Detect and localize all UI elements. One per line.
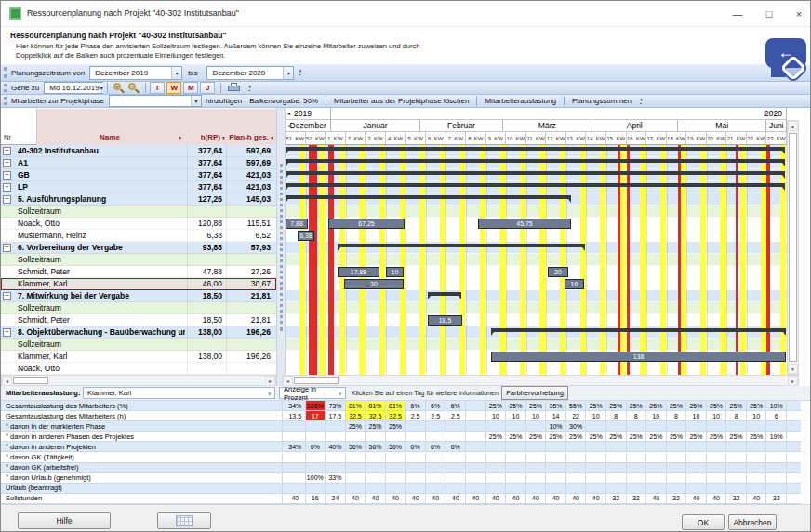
planning-sums-button[interactable]: Planungssummen (568, 95, 635, 107)
print-icon[interactable] (227, 83, 242, 93)
goto-date-combobox[interactable]: Mo 16.12.2019 ▾ (44, 82, 103, 94)
task-bar[interactable]: 18,5 (428, 315, 462, 326)
help-button[interactable]: Hilfe (18, 512, 111, 529)
summary-bar[interactable] (428, 292, 461, 296)
chevron-down-icon[interactable]: ▾ (171, 67, 181, 79)
table-row[interactable]: −GB377,64421,03 (1, 169, 276, 181)
table-row[interactable]: Sollzeitraum (1, 302, 276, 314)
employee-usage-button[interactable]: Mitarbeiterauslastung (481, 95, 559, 107)
table-row[interactable]: Schmidt, Peter47,8827,26 (1, 266, 276, 278)
maximize-button[interactable]: □ (756, 5, 782, 23)
chevron-down-icon[interactable]: ▾ (100, 83, 103, 93)
zoom-in-icon[interactable]: + (112, 82, 125, 94)
scroll-left-marker[interactable]: ◄ (286, 111, 291, 116)
gantt-chart-area[interactable]: 7,8867,2545,756,3817,881020301618,5138 (286, 145, 787, 375)
scroll-down-icon[interactable]: ▼ (788, 364, 798, 374)
employee-select-combobox[interactable]: ▾ (109, 95, 202, 107)
table-row[interactable]: Noack, Otto (1, 363, 276, 375)
task-bar[interactable]: 16 (565, 279, 584, 289)
table-row[interactable]: Sollzeitraum (1, 339, 276, 351)
scroll-right-icon[interactable]: ► (265, 376, 275, 386)
toolbar-overflow-icon[interactable]: ▾▪ (246, 82, 254, 94)
table-row[interactable]: −5. Ausführungsplanung127,26145,03 (1, 193, 276, 206)
gantt-horizontal-scrollbar[interactable]: ◄ ► (282, 375, 799, 386)
chevron-down-icon[interactable]: ▾ (283, 67, 293, 79)
period-from-combobox[interactable]: Dezember 2019 ▾ (89, 66, 182, 80)
usage-employee-combobox[interactable]: Klammer, Karl ∨ (83, 387, 275, 399)
name-column-header[interactable]: Name (36, 133, 183, 141)
scrollbar-thumb[interactable] (789, 133, 797, 362)
chevron-down-icon[interactable]: ▾ (191, 96, 201, 106)
calendar-grid-button[interactable] (157, 512, 211, 529)
table-horizontal-scrollbar[interactable]: ◄ ► (1, 375, 276, 386)
table-row[interactable]: Klammer, Karl138,00196,26 (1, 351, 276, 363)
scroll-left-icon[interactable]: ◄ (2, 376, 12, 386)
display-mode-combobox[interactable]: Anzeige in Prozent ∨ (279, 387, 346, 399)
table-row[interactable]: −40-302 Institutsanbau377,64597,69 (1, 145, 276, 157)
cancel-button[interactable]: Abbrechen (728, 514, 777, 530)
chevron-down-icon[interactable]: ∨ (268, 390, 272, 396)
scroll-up-icon[interactable]: ▲ (788, 121, 798, 131)
summary-bar[interactable] (338, 244, 585, 247)
collapse-icon[interactable]: − (3, 292, 11, 300)
toolbar-grip[interactable] (4, 97, 7, 105)
collapse-icon[interactable]: − (3, 147, 11, 155)
hrp-column-header[interactable]: h(RP) (187, 133, 220, 141)
table-row[interactable]: −7. Mitwirkung bei der Vergabe18,5021,81 (1, 290, 276, 302)
gantt-vertical-scrollbar[interactable]: ▲ ▼ (787, 120, 799, 375)
view-button-w[interactable]: W (166, 82, 181, 94)
scrollbar-thumb[interactable] (294, 377, 339, 384)
toolbar-grip[interactable] (4, 84, 7, 92)
bar-default-label[interactable]: Balkenvorgabe: 50% (246, 95, 322, 107)
summary-bar[interactable] (286, 171, 785, 175)
scroll-left-marker[interactable]: ◄ (286, 123, 291, 128)
summary-bar[interactable] (286, 183, 785, 187)
summary-bar[interactable] (286, 147, 785, 151)
task-bar[interactable]: 67,25 (328, 219, 405, 229)
zoom-out-icon[interactable]: − (126, 82, 140, 94)
table-row[interactable]: −6. Vorbereitung der Vergabe93,8857,93 (1, 242, 276, 254)
collapse-icon[interactable]: − (3, 159, 11, 167)
table-row[interactable]: Schmidt, Peter18,5021,81 (1, 314, 276, 326)
collapse-icon[interactable]: − (3, 171, 11, 180)
add-employee-button[interactable]: hinzufügen (202, 95, 246, 107)
view-button-j[interactable]: J (200, 82, 215, 94)
task-bar[interactable]: 6,38 (298, 231, 314, 241)
table-row[interactable]: −8. Objektüberwachung - Bauüberwachung u… (1, 326, 276, 339)
collapse-icon[interactable]: − (3, 183, 11, 192)
table-row[interactable]: −A1377,64597,69 (1, 157, 276, 169)
color-highlight-button[interactable]: Farbhervorhebung (501, 386, 568, 400)
collapse-icon[interactable]: − (3, 328, 11, 337)
scroll-right-icon[interactable]: ► (788, 376, 798, 386)
sort-desc-icon[interactable]: ▼ (178, 135, 182, 140)
delete-employee-button[interactable]: Mitarbeiter aus der Projektphase löschen (330, 95, 472, 107)
table-row[interactable]: Sollzeitraum (1, 206, 276, 218)
table-gantt-splitter[interactable] (276, 108, 286, 386)
period-to-combobox[interactable]: Dezember 2020 ▾ (206, 66, 294, 80)
summary-bar[interactable] (491, 328, 786, 332)
task-bar[interactable]: 17,88 (338, 267, 379, 277)
collapse-icon[interactable]: − (3, 244, 11, 252)
table-row[interactable]: −LP377,64421,03 (1, 181, 276, 193)
table-row[interactable]: Sollzeitraum (1, 254, 276, 266)
task-bar[interactable]: 138 (491, 352, 786, 362)
task-bar[interactable]: 7,88 (286, 219, 308, 229)
task-bar[interactable]: 10 (386, 267, 404, 277)
summary-bar[interactable] (286, 159, 785, 163)
scrollbar-thumb[interactable] (13, 377, 48, 384)
table-row[interactable]: Noack, Otto120,88115,51 (1, 218, 276, 230)
task-bar[interactable]: 20 (548, 267, 568, 277)
table-row[interactable]: Klammer, Karl46,0030,67 (1, 278, 276, 290)
toolbar-grip[interactable] (4, 67, 7, 79)
toolbar-overflow-icon[interactable]: ▾▪ (637, 95, 645, 107)
chevron-down-icon[interactable]: ∨ (339, 390, 342, 396)
collapse-icon[interactable]: − (3, 195, 11, 204)
ok-button[interactable]: OK (682, 514, 725, 530)
toolbar-overflow-icon[interactable]: ▾▪ (296, 67, 304, 79)
sort-desc-icon[interactable]: ▼ (270, 135, 274, 140)
task-bar[interactable]: 30 (344, 279, 404, 289)
view-button-t[interactable]: T (150, 82, 165, 94)
close-button[interactable]: × (786, 5, 811, 23)
plan-column-header[interactable]: Plan-h ges. (224, 133, 269, 141)
minimize-button[interactable]: — (725, 5, 751, 23)
